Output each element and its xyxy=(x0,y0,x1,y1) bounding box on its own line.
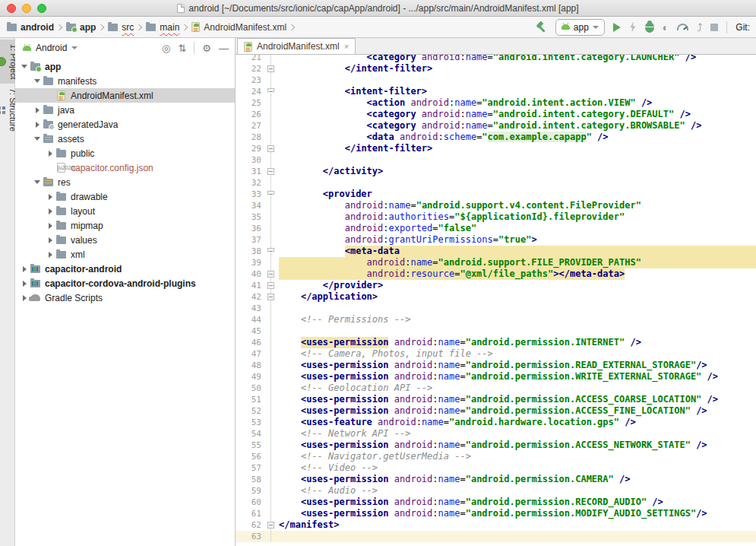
code-line[interactable]: 21 <category android:name="android.inten… xyxy=(236,55,756,63)
code-editor[interactable]: 21 <category android:name="android.inten… xyxy=(236,55,756,546)
code-line-text[interactable]: <uses-permission android:name="android.p… xyxy=(277,394,756,405)
chevron-down-icon[interactable] xyxy=(20,65,29,68)
code-line-text[interactable]: <intent-filter> xyxy=(277,86,756,97)
tree-item[interactable]: capacitor-android xyxy=(15,262,235,276)
code-line[interactable]: 30 xyxy=(236,154,756,166)
code-line-text[interactable]: <!-- Geolocation API --> xyxy=(277,383,756,394)
code-line[interactable]: 55 <uses-permission android:name="androi… xyxy=(236,440,756,451)
fold-end-icon[interactable] xyxy=(267,522,274,529)
code-line-text[interactable]: <!-- Video --> xyxy=(277,462,756,474)
code-line[interactable]: 43 xyxy=(236,303,756,314)
tree-item[interactable]: layout xyxy=(15,204,235,218)
code-line[interactable]: 52 <uses-permission android:name="androi… xyxy=(236,405,756,417)
chevron-down-icon[interactable] xyxy=(71,46,77,49)
code-line[interactable]: 36 android:exported="false" xyxy=(236,223,756,234)
build-hammer-icon[interactable] xyxy=(535,21,547,33)
fold-end-icon[interactable] xyxy=(267,65,274,72)
code-line[interactable]: 50 <!-- Geolocation API --> xyxy=(236,383,756,394)
code-line[interactable]: 37 android:grantUriPermissions="true"> xyxy=(236,234,756,246)
project-view-selector[interactable]: Android xyxy=(36,43,67,53)
breadcrumb-item-androidmanifest-xml[interactable]: AndroidManifest.xml xyxy=(189,22,289,33)
code-line-text[interactable] xyxy=(277,531,756,542)
code-line[interactable]: 57 <!-- Video --> xyxy=(236,462,756,474)
fold-end-icon[interactable] xyxy=(267,271,274,278)
chevron-down-icon[interactable] xyxy=(33,180,42,184)
code-line[interactable]: 61 <uses-permission android:name="androi… xyxy=(236,508,756,519)
fold-end-icon[interactable] xyxy=(267,282,274,289)
git-label[interactable]: Git: xyxy=(735,22,750,33)
code-line[interactable]: 45 xyxy=(236,325,756,337)
tree-item[interactable]: xml xyxy=(15,247,235,262)
code-line-text[interactable]: <uses-permission android:name="android.p… xyxy=(277,497,756,508)
code-line[interactable]: 33 <provider xyxy=(236,189,756,200)
breadcrumb-item-src[interactable]: src xyxy=(106,22,136,33)
breadcrumb-item-app[interactable]: app xyxy=(64,22,98,33)
debug-button[interactable] xyxy=(645,22,654,33)
code-line-text[interactable]: android:name="android.support.FILE_PROVI… xyxy=(277,257,756,268)
code-line[interactable]: 60 <uses-permission android:name="androi… xyxy=(236,497,756,508)
chevron-right-icon[interactable] xyxy=(33,122,42,128)
chevron-right-icon[interactable] xyxy=(46,252,55,258)
breadcrumb-item-main[interactable]: main xyxy=(144,22,182,33)
code-line-text[interactable]: <!-- Navigator.getUserMedia --> xyxy=(277,451,756,462)
coverage-icon[interactable]: ◐ xyxy=(663,22,669,33)
code-line[interactable]: 56 <!-- Navigator.getUserMedia --> xyxy=(236,451,756,462)
profiler-icon[interactable] xyxy=(677,24,688,30)
code-line[interactable]: 35 android:authorities="${applicationId}… xyxy=(236,211,756,223)
tree-item[interactable]: Gradle Scripts xyxy=(15,290,235,305)
tree-item[interactable]: java xyxy=(15,103,235,117)
code-line-text[interactable]: <uses-permission android:name="android.p… xyxy=(277,360,756,371)
code-line-text[interactable]: <category android:name="android.intent.c… xyxy=(277,120,756,132)
code-line-text[interactable]: <category android:name="android.intent.c… xyxy=(277,55,756,63)
code-line-text[interactable]: android:resource="@xml/file_paths"></met… xyxy=(277,268,756,280)
tree-item[interactable]: values xyxy=(15,233,235,247)
code-line-text[interactable]: </intent-filter> xyxy=(277,63,756,75)
code-line-text[interactable]: </manifest> xyxy=(277,519,756,531)
code-line-text[interactable]: </application> xyxy=(277,291,756,303)
code-line-text[interactable]: <provider xyxy=(277,189,756,200)
code-line[interactable]: 23 xyxy=(236,75,756,86)
code-line-text[interactable]: android:authorities="${applicationId}.fi… xyxy=(277,211,756,223)
tree-item[interactable]: capacitor-cordova-android-plugins xyxy=(15,276,235,290)
chevron-right-icon[interactable] xyxy=(46,194,55,200)
tree-item[interactable]: generatedJava xyxy=(15,117,235,132)
zoom-window-icon[interactable] xyxy=(37,4,46,13)
code-line[interactable]: 32 xyxy=(236,177,756,189)
code-line-text[interactable] xyxy=(277,325,756,337)
code-line[interactable]: 25 <action android:name="android.intent.… xyxy=(236,97,756,109)
tree-item[interactable]: assets xyxy=(15,132,235,146)
code-line[interactable]: 24 <intent-filter> xyxy=(236,86,756,97)
code-line-text[interactable]: <!-- Audio --> xyxy=(277,485,756,497)
close-tab-icon[interactable]: × xyxy=(344,43,349,51)
fold-end-icon[interactable] xyxy=(267,168,274,175)
code-line-text[interactable]: <data android:scheme="com.example.capapp… xyxy=(277,132,756,143)
chevron-down-icon[interactable] xyxy=(33,137,42,141)
code-line-text[interactable]: <action android:name="android.intent.act… xyxy=(277,97,756,109)
code-line-text[interactable]: <uses-permission android:name="android.p… xyxy=(277,440,756,451)
code-line[interactable]: 62</manifest> xyxy=(236,519,756,531)
tree-item[interactable]: mipmap xyxy=(15,218,235,233)
tree-item[interactable]: res xyxy=(15,175,235,189)
tree-item[interactable]: manifests xyxy=(15,74,235,88)
apply-changes-icon[interactable] xyxy=(629,22,637,33)
chevron-right-icon[interactable] xyxy=(46,223,55,229)
code-line[interactable]: 51 <uses-permission android:name="androi… xyxy=(236,394,756,405)
fold-collapse-icon[interactable] xyxy=(267,248,274,255)
fold-end-icon[interactable] xyxy=(267,145,274,152)
chevron-right-icon[interactable] xyxy=(46,237,55,243)
breadcrumb-item-android[interactable]: android xyxy=(5,22,56,33)
code-line-text[interactable]: <uses-permission android:name="android.p… xyxy=(277,508,756,519)
code-line-text[interactable]: <uses-permission android:name="android.p… xyxy=(277,405,756,417)
chevron-right-icon[interactable] xyxy=(46,151,55,157)
code-line[interactable]: 26 <category android:name="android.inten… xyxy=(236,109,756,120)
code-line-text[interactable]: <!-- Camera, Photos, input file --> xyxy=(277,348,756,360)
code-line-text[interactable]: <uses-permission android:name="android.p… xyxy=(277,337,756,348)
code-line[interactable]: 63 xyxy=(236,531,756,542)
code-line-text[interactable]: android:exported="false" xyxy=(277,223,756,234)
run-button[interactable] xyxy=(613,23,621,32)
code-line[interactable]: 59 <!-- Audio --> xyxy=(236,485,756,497)
tab-androidmanifest[interactable]: AndroidManifest.xml × xyxy=(237,38,356,54)
locate-file-icon[interactable]: ◎ xyxy=(162,43,170,54)
fold-collapse-icon[interactable] xyxy=(267,88,274,95)
run-config-selector[interactable]: app xyxy=(555,19,605,36)
